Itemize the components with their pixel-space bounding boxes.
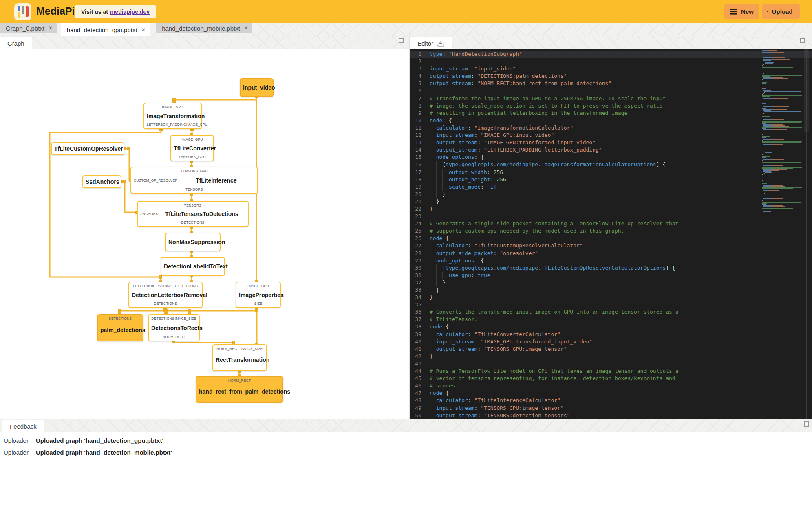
new-button[interactable]: New <box>724 4 759 19</box>
port-labels: NORM_RECT <box>151 335 196 339</box>
port-labels: DETECTIONSIMAGE_SIZE <box>151 317 196 321</box>
kebab-menu-icon[interactable] <box>797 9 797 15</box>
visit-text: Visit us at <box>81 9 108 15</box>
graph-node-DetectionsToRects[interactable]: DETECTIONSIMAGE_SIZEDetectionsToRectsNOR… <box>148 314 200 341</box>
port-labels: LETTERBOX_PADDINGIMAGE_GPU <box>147 123 199 127</box>
graph-tab-label: Graph <box>7 40 24 47</box>
app-header: MediaPipe Visit us at mediapipe.dev New … <box>0 0 812 23</box>
node-title: TfLiteTensorsToDetections <box>158 211 245 217</box>
graph-node-palm_detections[interactable]: DETECTIONSpalm_detections <box>97 314 143 341</box>
file-tab-hand_detection_mobile.pbtxt[interactable]: hand_detection_mobile.pbtxt✕ <box>156 23 252 33</box>
port-labels: NORM_RECTIMAGE_SIZE <box>216 347 264 351</box>
file-tab-label: hand_detection_mobile.pbtxt <box>162 25 240 32</box>
graph-node-hand_rect_from_palm_detections[interactable]: NORM_RECThand_rect_from_palm_detections <box>196 376 283 403</box>
graph-node-ImageTransformation[interactable]: IMAGE_GPUImageTransformationLETTERBOX_PA… <box>143 103 202 129</box>
close-tab-icon[interactable]: ✕ <box>244 25 248 31</box>
editor-expand-icon[interactable] <box>800 38 805 43</box>
mediapipe-visualizer: MediaPipe Visit us at mediapipe.dev New … <box>0 0 812 506</box>
visit-chip: Visit us at mediapipe.dev <box>75 5 156 18</box>
port-labels: TENSORS_GPU <box>134 169 255 173</box>
graph-node-SsdAnchors[interactable]: SsdAnchors <box>82 175 121 188</box>
tab-editor[interactable]: Editor <box>410 37 452 49</box>
feedback-message: Uploaded graph 'hand_detection_mobile.pb… <box>36 449 172 456</box>
graph-node-TfLiteInference[interactable]: TENSORS_GPUCUSTOM_OP_RESOLVERTfLiteInfer… <box>130 167 258 194</box>
mediapipe-dev-link[interactable]: mediapipe.dev <box>110 9 150 15</box>
node-title: ImageProperties <box>239 292 284 298</box>
port-labels: DETECTIONS <box>132 301 199 306</box>
feedback-source: Uploader <box>0 437 36 444</box>
port-label-left: CUSTOM_OP_RESOLVER <box>134 178 178 183</box>
node-title: TfLiteCustomOpResolver <box>54 145 123 152</box>
port-labels: TENSORS <box>134 187 255 191</box>
port-labels: LETTERBOX_PADDINGDETECTIONS <box>132 284 199 288</box>
graph-node-NonMaxSuppression[interactable]: NonMaxSuppression <box>165 233 221 251</box>
editor-tab-row: Editor <box>410 36 812 49</box>
tab-graph[interactable]: Graph <box>0 37 32 49</box>
feedback-source: Uploader <box>0 449 36 456</box>
feedback-expand-icon[interactable] <box>804 421 809 427</box>
port-labels: IMAGE_GPU <box>147 105 199 109</box>
upload-button[interactable]: Upload <box>762 4 800 19</box>
port-labels: SIZE <box>239 301 278 306</box>
node-title: DetectionLetterboxRemoval <box>132 292 207 298</box>
port-labels: DETECTIONS <box>100 317 140 321</box>
file-tab-label: hand_detection_gpu.pbtxt <box>67 26 137 33</box>
menu-icon <box>730 9 737 15</box>
port-labels: NORM_RECT <box>199 378 280 383</box>
node-title: TfLiteInference <box>178 177 255 184</box>
node-title: palm_detections <box>100 327 145 333</box>
file-tab-hand_detection_gpu.pbtxt[interactable]: hand_detection_gpu.pbtxt✕ <box>61 23 150 36</box>
feedback-log: UploaderUploaded graph 'hand_detection_g… <box>0 432 812 506</box>
node-title: input_video <box>243 84 275 91</box>
editor-tab-label: Editor <box>417 40 433 47</box>
port-labels: IMAGE_GPU <box>174 137 211 141</box>
feedback-row: UploaderUploaded graph 'hand_detection_g… <box>0 436 812 445</box>
graph-canvas[interactable]: input_videoIMAGE_GPUImageTransformationL… <box>0 49 409 419</box>
port-label-left: ANCHORS <box>140 212 158 216</box>
graph-tab-row: Graph <box>0 36 409 49</box>
cloud-upload-icon <box>767 9 768 15</box>
graph-node-input_video[interactable]: input_video <box>240 78 274 97</box>
node-title: DetectionsToRects <box>151 325 203 331</box>
download-icon[interactable] <box>437 40 444 47</box>
graph-node-RectTransformation[interactable]: NORM_RECTIMAGE_SIZERectTransformation <box>212 344 267 371</box>
node-title: RectTransformation <box>216 356 269 363</box>
port-labels: TENSORS_GPU <box>174 155 211 159</box>
graph-node-TfLiteConverter[interactable]: IMAGE_GPUTfLiteConverterTENSORS_GPU <box>170 135 214 161</box>
node-title: NonMaxSuppression <box>168 239 225 245</box>
tab-feedback[interactable]: Feedback <box>2 420 44 432</box>
graph-node-DetectionLetterboxRemoval[interactable]: LETTERBOX_PADDINGDETECTIONSDetectionLett… <box>128 282 203 308</box>
port-labels: IMAGE_GPU <box>239 284 278 288</box>
graph-node-ImageProperties[interactable]: IMAGE_GPUImagePropertiesSIZE <box>236 282 281 308</box>
file-tab-Graph_0.pbtxt[interactable]: Graph_0.pbtxt✕ <box>0 23 57 33</box>
file-tab-label: Graph_0.pbtxt <box>6 25 44 32</box>
node-title: ImageTransformation <box>147 113 205 119</box>
node-title: DetectionLabelIdToText <box>164 263 228 270</box>
close-tab-icon[interactable]: ✕ <box>141 27 145 33</box>
mediapipe-logo-icon <box>14 3 31 20</box>
editor-minimap[interactable] <box>761 50 805 212</box>
port-labels: DETECTIONS <box>140 220 245 224</box>
node-title: TfLiteConverter <box>174 145 216 152</box>
graph-expand-icon[interactable] <box>399 38 404 43</box>
file-tab-bar: Graph_0.pbtxt✕hand_detection_gpu.pbtxt✕h… <box>0 23 812 36</box>
node-title: SsdAnchors <box>86 178 119 185</box>
feedback-row: UploaderUploaded graph 'hand_detection_m… <box>0 447 812 457</box>
feedback-strip: Feedback <box>0 419 812 432</box>
node-title: hand_rect_from_palm_detections <box>199 388 290 395</box>
graph-node-TfLiteTensorsToDetections[interactable]: TENSORSANCHORSTfLiteTensorsToDetectionsD… <box>137 201 249 227</box>
graph-node-DetectionLabelIdToText[interactable]: DetectionLabelIdToText <box>161 257 225 276</box>
editor-scrollbar-track <box>806 49 807 419</box>
close-tab-icon[interactable]: ✕ <box>49 25 53 31</box>
graph-node-TfLiteCustomOpResolver[interactable]: TfLiteCustomOpResolver <box>51 142 124 155</box>
feedback-message: Uploaded graph 'hand_detection_gpu.pbtxt… <box>36 437 163 444</box>
feedback-tab-label: Feedback <box>10 423 37 430</box>
code-editor[interactable]: 1type: "HandDetectionSubgraph"23input_st… <box>410 49 812 419</box>
new-button-label: New <box>741 8 754 15</box>
port-labels: TENSORS <box>140 203 245 207</box>
upload-button-label: Upload <box>772 8 793 15</box>
